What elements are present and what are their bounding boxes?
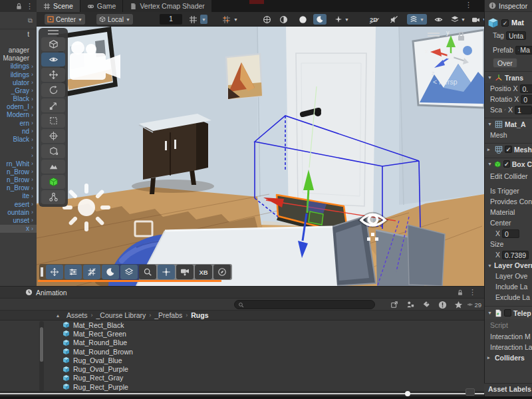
scene-fx-dropdown[interactable]: ▼ xyxy=(407,14,427,25)
active-checkbox[interactable]: ✓ xyxy=(501,19,509,27)
hierarchy-item[interactable]: x › xyxy=(0,225,37,233)
xb-button[interactable]: XB xyxy=(195,265,212,279)
rotation-x-field[interactable]: 0 xyxy=(521,95,532,104)
collider-edit-tool-button[interactable] xyxy=(41,175,65,189)
transform-component-header[interactable]: ▼ Trans xyxy=(485,71,532,83)
scale-tool-button[interactable] xyxy=(41,98,65,112)
tag-dropdown[interactable]: Unta xyxy=(506,31,526,40)
prefab-list-item[interactable]: Rug_Rect_Purple xyxy=(45,382,484,391)
expand-arrow-icon[interactable]: › xyxy=(31,136,36,143)
prefab-list-item[interactable]: Mat_Round_Blue xyxy=(45,338,484,347)
expand-arrow-icon[interactable]: › xyxy=(31,185,36,192)
scene-visibility-toggle[interactable] xyxy=(432,14,446,25)
position-x-field[interactable]: 0. xyxy=(520,84,532,93)
lighting-toggle[interactable] xyxy=(313,14,327,25)
mesh-filter-component-header[interactable]: ▼ Mat_A xyxy=(485,118,532,130)
2d-toggle[interactable]: 2D xyxy=(367,14,380,25)
picker-icon[interactable]: ⧉ xyxy=(28,17,33,25)
asset-labels-section[interactable]: Asset Labels xyxy=(484,383,532,394)
expand-arrow-icon[interactable]: › xyxy=(31,104,36,110)
tab-animation[interactable]: Animation xyxy=(25,289,67,297)
hierarchy-item[interactable]: _Gray › xyxy=(0,86,37,94)
project-search-input[interactable] xyxy=(234,300,375,309)
tab-game[interactable]: Game xyxy=(80,0,124,12)
expand-arrow-icon[interactable]: › xyxy=(31,96,36,102)
breadcrumb-assets[interactable]: Assets xyxy=(66,311,88,319)
hierarchy-item[interactable]: esert › xyxy=(0,200,37,208)
hierarchy-item[interactable]: nd › xyxy=(0,127,37,135)
link-icon[interactable] xyxy=(504,106,506,113)
favorites-button[interactable] xyxy=(451,299,466,310)
hierarchy-item[interactable]: ern › xyxy=(0,119,37,127)
search-by-type-button[interactable] xyxy=(403,299,418,310)
audio-mute-toggle[interactable] xyxy=(387,14,401,25)
overlay-drag-handle[interactable] xyxy=(48,30,59,35)
hierarchy-item[interactable]: › xyxy=(0,144,37,152)
scene-viewport[interactable]: y x z < Persp xyxy=(37,27,484,286)
hierarchy-item[interactable]: Manager xyxy=(0,55,37,63)
lock-icon[interactable] xyxy=(15,3,23,10)
hierarchy-item[interactable] xyxy=(0,38,37,46)
expand-arrow-icon[interactable]: › xyxy=(31,112,36,118)
draw-mode-shaded-icon[interactable] xyxy=(296,14,310,25)
compass-button[interactable] xyxy=(213,265,231,279)
hierarchy-item[interactable]: rn_Whit › xyxy=(0,160,37,168)
collider-enabled-checkbox[interactable]: ✓ xyxy=(503,160,510,168)
size-x-field[interactable]: 0.7389 xyxy=(502,251,529,259)
collapse-icon[interactable]: ▴ xyxy=(57,313,59,319)
hierarchy-item[interactable]: unset › xyxy=(0,216,37,224)
list-view-slider-icon[interactable] xyxy=(466,388,475,396)
pivot-mode-dropdown[interactable]: Center▼ xyxy=(45,14,85,25)
search-by-label-button[interactable] xyxy=(419,299,434,310)
hierarchy-item[interactable]: ite › xyxy=(0,192,37,200)
draw-mode-half-icon[interactable] xyxy=(277,14,291,25)
renderer-enabled-checkbox[interactable]: ✓ xyxy=(505,146,512,153)
zoom-slider-knob[interactable] xyxy=(405,391,410,396)
search-button[interactable] xyxy=(139,265,156,279)
lighting-toggle-button[interactable] xyxy=(102,265,119,279)
snap-increment-dropdown[interactable]: ▼ xyxy=(221,14,238,25)
expand-arrow-icon[interactable]: › xyxy=(31,128,36,134)
kebab-menu-icon[interactable]: ⋮ xyxy=(26,2,33,11)
breadcrumb-course-library[interactable]: _Course Library xyxy=(96,311,146,319)
move-snap-button[interactable] xyxy=(158,265,175,279)
hierarchy-item[interactable]: n_Brow › xyxy=(0,176,37,184)
breadcrumb-rugs[interactable]: Rugs xyxy=(191,311,208,319)
expand-arrow-icon[interactable]: › xyxy=(31,71,36,78)
view-tool-button[interactable] xyxy=(41,37,65,51)
transform-tool-button[interactable] xyxy=(41,129,65,143)
expand-arrow-icon[interactable]: › xyxy=(31,144,36,151)
prefab-list-item[interactable]: Rug_Rect_Gray xyxy=(45,374,484,382)
expand-arrow-icon[interactable]: › xyxy=(31,225,36,232)
node-tool-button[interactable] xyxy=(41,190,65,204)
search-importance-button[interactable] xyxy=(435,299,450,310)
hierarchy-item[interactable]: ulator › xyxy=(0,78,37,86)
camera-overlay-button[interactable] xyxy=(176,265,194,279)
prefab-field[interactable]: Ma xyxy=(515,46,532,55)
expand-arrow-icon[interactable]: › xyxy=(31,201,36,207)
tab-scene[interactable]: Scene xyxy=(37,0,80,12)
draw-mode-wire-icon[interactable] xyxy=(260,14,274,25)
rect-tool-button[interactable] xyxy=(41,114,65,128)
pan-mode-button[interactable] xyxy=(46,265,63,279)
mesh-renderer-component-header[interactable]: ▸ ✓ Mesh xyxy=(485,143,532,155)
orientation-dropdown[interactable]: Local▼ xyxy=(96,14,133,25)
hierarchy-item[interactable]: n_Brow › xyxy=(0,184,37,192)
prefab-list-item[interactable]: Rug_Oval_Blue xyxy=(45,356,484,364)
hierarchy-item[interactable]: Black › xyxy=(0,95,37,103)
expand-arrow-icon[interactable]: › xyxy=(31,193,36,200)
hierarchy-item[interactable]: › xyxy=(0,152,37,160)
prefab-list-item[interactable]: Mat_Rect_Green xyxy=(45,329,484,338)
expand-arrow-icon[interactable]: › xyxy=(31,168,36,175)
hierarchy-item[interactable]: t xyxy=(0,30,37,38)
box-collider-component-header[interactable]: ▼ ✓ Box C xyxy=(485,158,532,170)
hierarchy-item[interactable]: ountain › xyxy=(0,208,37,216)
scale-x-field[interactable]: 1 xyxy=(515,106,532,114)
custom-tool-button[interactable] xyxy=(41,144,65,158)
tab-vertex-cmap-shader[interactable]: Vertex Cmap Shader xyxy=(123,0,211,12)
expand-arrow-icon[interactable]: › xyxy=(31,87,36,94)
prefab-list-item[interactable]: Rug_Oval_Purple xyxy=(45,364,484,373)
expand-arrow-icon[interactable]: › xyxy=(31,217,36,223)
prefab-list-item[interactable]: Mat_Rect_Black xyxy=(45,321,484,329)
hidden-count-indicator[interactable]: 29 xyxy=(467,299,481,310)
